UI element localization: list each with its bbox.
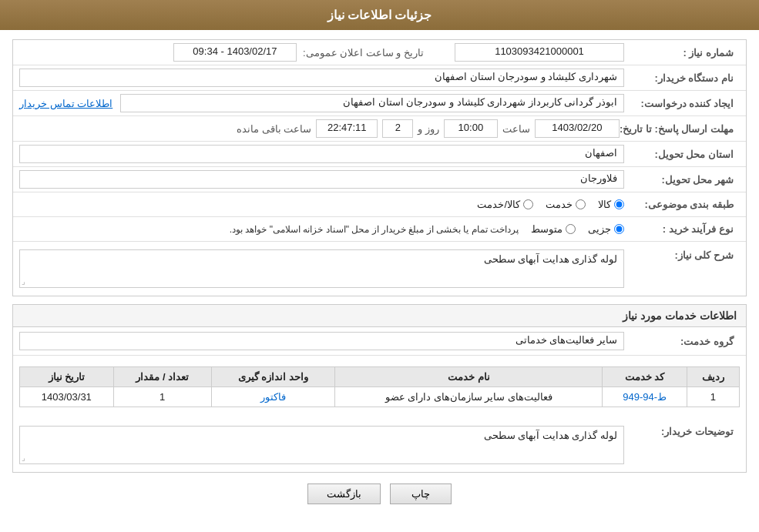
cell-nam: فعالیت‌های سایر سازمان‌های دارای عضو — [335, 387, 603, 407]
cell-tedad: 1 — [113, 387, 211, 407]
cell-vahed: فاکتور — [211, 387, 334, 407]
grouh-label: گروه خدمت: — [624, 336, 740, 347]
sharh-container: لوله گذاری هدایت آبهای سطحی ⌟ — [19, 246, 624, 291]
mohlat-label: مهلت ارسال پاسخ: تا تاریخ: — [620, 123, 740, 135]
ostan-label: استان محل تحویل: — [624, 149, 740, 160]
mohlat-fields: 1403/02/20 ساعت 10:00 روز و 2 22:47:11 س… — [19, 119, 620, 138]
tosif-resize: ⌟ — [22, 453, 25, 462]
col-vahed: واحد اندازه گیری — [211, 367, 334, 387]
tosif-text: لوله گذاری هدایت آبهای سطحی — [484, 430, 617, 441]
shahr-label: شهر محل تحویل: — [624, 174, 740, 186]
mohlat-date: 1403/02/20 — [535, 119, 620, 138]
mohlat-saat-label: ساعت — [502, 123, 530, 135]
sharh-row: شرح کلی نیاز: لوله گذاری هدایت آبهای سطح… — [13, 242, 746, 296]
main-info-section: شماره نیاز : 1103093421000001 تاریخ و سا… — [12, 39, 747, 296]
tabaghe-row: طبقه بندی موضوعی: کالا خدمت کالا/خدمت — [13, 192, 746, 217]
cell-kod: ط-94-949 — [603, 387, 687, 407]
mohlat-row: مهلت ارسال پاسخ: تا تاریخ: 1403/02/20 سا… — [13, 116, 746, 142]
khadamat-section: اطلاعات خدمات مورد نیاز گروه خدمت: سایر … — [12, 304, 747, 473]
tosif-value: لوله گذاری هدایت آبهای سطحی ⌟ — [19, 426, 624, 464]
resize-handle: ⌟ — [22, 277, 25, 286]
ijad-link[interactable]: اطلاعات تماس خریدار — [19, 98, 113, 109]
tabaghe-kala-label: کالا — [598, 199, 611, 210]
namdastgah-label: نام دستگاه خریدار: — [624, 72, 740, 84]
buttons-row: چاپ بازگشت — [12, 483, 747, 504]
ijad-value: ابوذر گردانی کاربرداز شهرداری کلیشاد و س… — [120, 94, 624, 112]
tabaghe-khedmat-label: خدمت — [546, 199, 573, 210]
content-area: شماره نیاز : 1103093421000001 تاریخ و سا… — [0, 30, 759, 520]
namdastgah-value: شهرداری کلیشاد و سودرجان استان اصفهان — [19, 69, 624, 87]
cell-tarikh: 1403/03/31 — [20, 387, 114, 407]
ijad-row: ایجاد کننده درخواست: ابوذر گردانی کاربرد… — [13, 91, 746, 116]
shahr-value: فلاورجان — [19, 170, 624, 189]
shomara-label: شماره نیاز : — [624, 47, 740, 59]
col-tarikh: تاریخ نیاز — [20, 367, 114, 387]
nofarayand-jozii[interactable]: جزیی — [588, 223, 624, 235]
nofarayand-radio-motavasset[interactable] — [566, 224, 576, 234]
cell-radif: 1 — [687, 387, 739, 407]
tabaghe-radio-kala[interactable] — [614, 199, 624, 209]
nofarayand-motavasset[interactable]: متوسط — [531, 223, 576, 235]
ostan-value: اصفهان — [19, 145, 624, 163]
page-container: جزئیات اطلاعات نیاز شماره نیاز : 1103093… — [0, 0, 759, 532]
tabaghe-radio-khedmat[interactable] — [576, 199, 586, 209]
nofarayand-label: نوع فرآیند خرید : — [624, 223, 740, 235]
tabaghe-kalakhedmat[interactable]: کالا/خدمت — [477, 199, 533, 210]
sharh-text: لوله گذاری هدایت آبهای سطحی — [484, 253, 617, 265]
nofarayand-row: نوع فرآیند خرید : جزیی متوسط پرداخت تمام… — [13, 217, 746, 242]
grouh-value: سایر فعالیت‌های خدماتی — [19, 332, 624, 350]
mohlat-remaining: 22:47:11 — [316, 119, 378, 138]
services-table-container: ردیف کد خدمت نام خدمت واحد اندازه گیری ت… — [13, 362, 746, 412]
table-row: 1 ط-94-949 فعالیت‌های سایر سازمان‌های دا… — [20, 387, 740, 407]
col-tedad: تعداد / مقدار — [113, 367, 211, 387]
mohlat-rooz: 2 — [382, 119, 413, 138]
nofarayand-desc: پرداخت تمام یا بخشی از مبلغ خریدار از مح… — [19, 224, 519, 235]
tabaghe-label: طبقه بندی موضوعی: — [624, 199, 740, 210]
shomara-row: شماره نیاز : 1103093421000001 تاریخ و سا… — [13, 40, 746, 65]
khadamat-title: اطلاعات خدمات مورد نیاز — [13, 305, 746, 327]
col-radif: ردیف — [687, 367, 739, 387]
back-button[interactable]: بازگشت — [307, 483, 381, 504]
ostan-row: استان محل تحویل: اصفهان — [13, 142, 746, 167]
mohlat-rooz-label: روز و — [418, 123, 439, 135]
header-title: جزئیات اطلاعات نیاز — [327, 8, 432, 22]
sharh-value: لوله گذاری هدایت آبهای سطحی ⌟ — [19, 249, 624, 288]
services-table: ردیف کد خدمت نام خدمت واحد اندازه گیری ت… — [19, 366, 740, 407]
nofarayand-motavasset-label: متوسط — [531, 223, 563, 235]
tabaghe-khedmat[interactable]: خدمت — [546, 199, 586, 210]
nofarayand-radio-jozii[interactable] — [614, 224, 624, 234]
shomara-value: 1103093421000001 — [455, 43, 624, 62]
shahr-row: شهر محل تحویل: فلاورجان — [13, 167, 746, 192]
tosif-label: توضیحات خریدار: — [624, 423, 740, 437]
nofarayand-jozii-label: جزیی — [588, 223, 611, 235]
nofarayand-options: جزیی متوسط — [531, 223, 624, 235]
grouh-row: گروه خدمت: سایر فعالیت‌های خدماتی — [13, 327, 746, 356]
tabaghe-radio-kalakhedmat[interactable] — [523, 199, 533, 209]
print-button[interactable]: چاپ — [390, 483, 452, 504]
tabaghe-kala[interactable]: کالا — [598, 199, 624, 210]
tabaghe-options: کالا خدمت کالا/خدمت — [19, 199, 624, 210]
namdastgah-row: نام دستگاه خریدار: شهرداری کلیشاد و سودر… — [13, 65, 746, 91]
datetime-value: 1403/02/17 - 09:34 — [173, 43, 297, 62]
col-nam: نام خدمت — [335, 367, 603, 387]
tosif-row: توضیحات خریدار: لوله گذاری هدایت آبهای س… — [13, 418, 746, 472]
tabaghe-kalakhedmat-label: کالا/خدمت — [477, 199, 520, 210]
datetime-label: تاریخ و ساعت اعلان عمومی: — [303, 47, 424, 59]
col-kod: کد خدمت — [603, 367, 687, 387]
tosif-container: لوله گذاری هدایت آبهای سطحی ⌟ — [19, 423, 624, 467]
sharh-label: شرح کلی نیاز: — [624, 246, 740, 261]
ijad-label: ایجاد کننده درخواست: — [624, 98, 740, 109]
mohlat-remaining-label: ساعت باقی مانده — [237, 123, 311, 135]
page-header: جزئیات اطلاعات نیاز — [0, 0, 759, 30]
mohlat-saat: 10:00 — [444, 119, 498, 138]
